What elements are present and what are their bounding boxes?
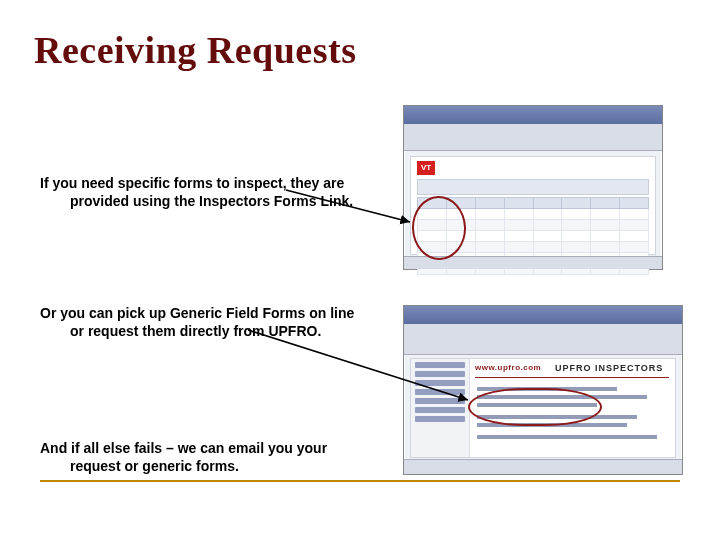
screenshot-upfro-inspectors: www.upfro.com UPFRO INSPECTORS	[403, 305, 683, 475]
sidebar-link	[415, 362, 465, 368]
screenshot-inspectors-forms: VT	[403, 105, 663, 270]
sidebar-link	[415, 398, 465, 404]
page-body: www.upfro.com UPFRO INSPECTORS	[410, 358, 676, 458]
browser-chrome	[404, 106, 662, 151]
browser-chrome	[404, 306, 682, 355]
slide-title: Receiving Requests	[34, 28, 686, 72]
sidebar-link	[415, 389, 465, 395]
text-line	[477, 423, 627, 427]
vt-logo: VT	[417, 161, 435, 175]
text-line	[477, 435, 657, 439]
status-bar	[404, 459, 682, 474]
table-header-bar	[417, 179, 649, 195]
paragraph-3: And if all else fails – we can email you…	[40, 425, 370, 475]
paragraph-1: If you need specific forms to inspect, t…	[40, 160, 370, 210]
slide: Receiving Requests If you need specific …	[0, 0, 720, 540]
paragraph-2-text: Or you can pick up Generic Field Forms o…	[40, 304, 370, 340]
text-line	[477, 387, 617, 391]
heading-rule	[475, 377, 669, 378]
footer-rule	[40, 480, 680, 482]
text-line	[477, 415, 637, 419]
paragraph-2: Or you can pick up Generic Field Forms o…	[40, 290, 370, 340]
site-brand: www.upfro.com	[475, 363, 541, 372]
page-body: VT	[410, 156, 656, 255]
main-panel: www.upfro.com UPFRO INSPECTORS	[469, 359, 675, 457]
sidebar-link	[415, 380, 465, 386]
sidebar	[411, 359, 470, 457]
text-line	[477, 395, 647, 399]
text-line	[477, 403, 597, 407]
sidebar-link	[415, 371, 465, 377]
sidebar-link	[415, 407, 465, 413]
paragraph-3-text: And if all else fails – we can email you…	[40, 439, 370, 475]
page-heading: UPFRO INSPECTORS	[555, 363, 663, 373]
status-bar	[404, 256, 662, 269]
paragraph-1-text: If you need specific forms to inspect, t…	[40, 174, 370, 210]
sidebar-link	[415, 416, 465, 422]
